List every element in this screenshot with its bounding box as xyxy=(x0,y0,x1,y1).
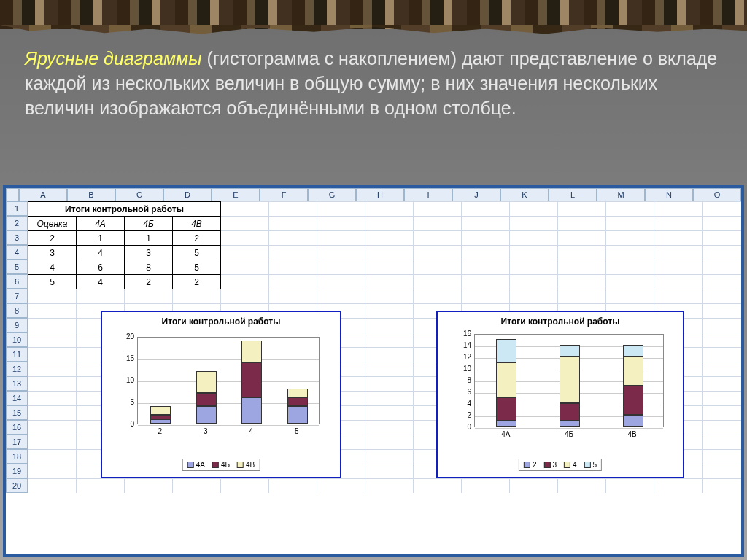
chart-bar xyxy=(241,341,262,424)
row-header[interactable]: 15 xyxy=(6,405,28,420)
legend-label: 4А xyxy=(196,461,205,469)
chart-bar-segment xyxy=(623,415,643,427)
chart-x-tick: 4 xyxy=(236,427,266,435)
chart-bar-segment xyxy=(287,397,308,406)
row-header[interactable]: 19 xyxy=(6,464,28,478)
row-header[interactable]: 2 xyxy=(6,216,28,230)
data-table: Итоги контрольной работы Оценка4А4Б4В 21… xyxy=(28,201,221,289)
table-header-cell: 4В xyxy=(173,217,221,231)
chart2-plot xyxy=(474,334,664,427)
column-header[interactable]: O xyxy=(693,188,741,201)
chart-bar xyxy=(560,345,580,427)
column-header[interactable]: D xyxy=(163,188,212,201)
spreadsheet-frame: ABCDEFGHIJKLMNO 123456789101112131415161… xyxy=(3,185,744,557)
column-header[interactable]: J xyxy=(452,188,500,201)
row-header[interactable]: 4 xyxy=(6,245,28,260)
chart-bar-segment xyxy=(496,362,516,397)
table-header-cell: 4Б xyxy=(125,217,173,231)
chart-bar-segment xyxy=(560,403,580,421)
slide-description: Ярусные диаграммы (гистограмма с накопле… xyxy=(0,29,747,120)
chart-bar-segment xyxy=(496,397,516,421)
chart-y-tick: 10 xyxy=(118,376,134,384)
column-header[interactable]: B xyxy=(67,188,115,201)
chart-y-tick: 6 xyxy=(455,388,471,396)
chart2-legend: 2345 xyxy=(519,459,602,471)
chart-bar-segment xyxy=(241,397,262,424)
legend-item: 4В xyxy=(237,461,255,469)
chart-y-tick: 8 xyxy=(455,376,471,384)
header-corner[interactable] xyxy=(6,188,19,201)
column-header[interactable]: A xyxy=(19,188,67,201)
row-header[interactable]: 8 xyxy=(6,303,28,318)
chart-x-tick: 2 xyxy=(145,427,174,435)
table-row: 2112 xyxy=(28,231,221,246)
table-header-row: Оценка4А4Б4В xyxy=(28,217,221,231)
row-header[interactable]: 10 xyxy=(6,332,28,347)
table-cell: 2 xyxy=(28,231,77,246)
chart-bar xyxy=(496,339,516,427)
column-header[interactable]: M xyxy=(597,188,645,201)
cell-grid[interactable]: Итоги контрольной работы Оценка4А4Б4В 21… xyxy=(28,201,741,493)
chart-x-tick: 4В xyxy=(618,430,647,438)
row-header[interactable]: 18 xyxy=(6,449,28,464)
chart-bar-segment xyxy=(241,341,262,362)
row-header[interactable]: 5 xyxy=(6,260,28,274)
legend-swatch xyxy=(237,462,244,468)
row-header[interactable]: 17 xyxy=(6,435,28,449)
legend-swatch xyxy=(564,462,570,468)
row-header[interactable]: 16 xyxy=(6,420,28,435)
chart-bar-segment xyxy=(196,406,217,424)
row-header[interactable]: 3 xyxy=(6,230,28,245)
table-cell: 8 xyxy=(125,260,173,275)
row-header[interactable]: 14 xyxy=(6,391,28,405)
row-header[interactable]: 13 xyxy=(6,376,28,391)
table-row: 4685 xyxy=(28,260,221,275)
row-header[interactable]: 7 xyxy=(6,289,28,303)
table-cell: 6 xyxy=(77,260,125,275)
table-cell: 5 xyxy=(173,246,221,260)
spreadsheet: ABCDEFGHIJKLMNO 123456789101112131415161… xyxy=(6,188,741,554)
chart-by-grade[interactable]: Итоги контрольной работы 4А4Б4В 05101520… xyxy=(101,311,341,478)
row-headers: 1234567891011121314151617181920 xyxy=(6,201,28,493)
row-header[interactable]: 9 xyxy=(6,318,28,332)
legend-swatch xyxy=(212,462,219,468)
chart-bar xyxy=(196,371,217,424)
column-header[interactable]: K xyxy=(500,188,549,201)
chart-y-tick: 20 xyxy=(118,332,134,341)
chart-y-tick: 12 xyxy=(455,353,471,361)
column-header[interactable]: N xyxy=(645,188,693,201)
column-header[interactable]: C xyxy=(115,188,163,201)
column-header[interactable]: E xyxy=(212,188,260,201)
row-header[interactable]: 6 xyxy=(6,274,28,289)
column-header[interactable]: L xyxy=(549,188,597,201)
chart-bar-segment xyxy=(623,386,643,415)
column-header[interactable]: G xyxy=(308,188,356,201)
chart-x-tick: 4А xyxy=(491,430,520,438)
column-header[interactable]: F xyxy=(260,188,308,201)
chart-bar xyxy=(623,345,643,427)
chart-bar-segment xyxy=(623,345,643,357)
table-title: Итоги контрольной работы xyxy=(28,202,221,217)
row-header[interactable]: 20 xyxy=(6,478,28,493)
chart-bar-segment xyxy=(496,421,516,427)
column-header[interactable]: H xyxy=(356,188,404,201)
legend-label: 5 xyxy=(593,461,597,469)
chart-bar-segment xyxy=(150,419,171,424)
table-cell: 1 xyxy=(77,231,125,246)
row-header[interactable]: 1 xyxy=(6,201,28,216)
legend-swatch xyxy=(187,462,194,468)
column-header[interactable]: I xyxy=(404,188,452,201)
row-header[interactable]: 12 xyxy=(6,362,28,376)
chart-by-class[interactable]: Итоги контрольной работы 2345 0246810121… xyxy=(436,311,684,478)
chart-y-tick: 5 xyxy=(118,398,134,406)
decorative-top-border xyxy=(0,0,747,29)
chart-x-tick: 4Б xyxy=(554,430,584,438)
column-header-row: ABCDEFGHIJKLMNO xyxy=(6,188,741,201)
chart-bar-segment xyxy=(196,371,217,393)
chart-y-tick: 0 xyxy=(455,423,471,431)
chart-bar-segment xyxy=(560,345,580,357)
table-body: 2112343546855422 xyxy=(28,231,221,289)
table-header-cell: 4А xyxy=(77,217,125,231)
row-header[interactable]: 11 xyxy=(6,347,28,362)
chart-bar-segment xyxy=(287,406,308,424)
